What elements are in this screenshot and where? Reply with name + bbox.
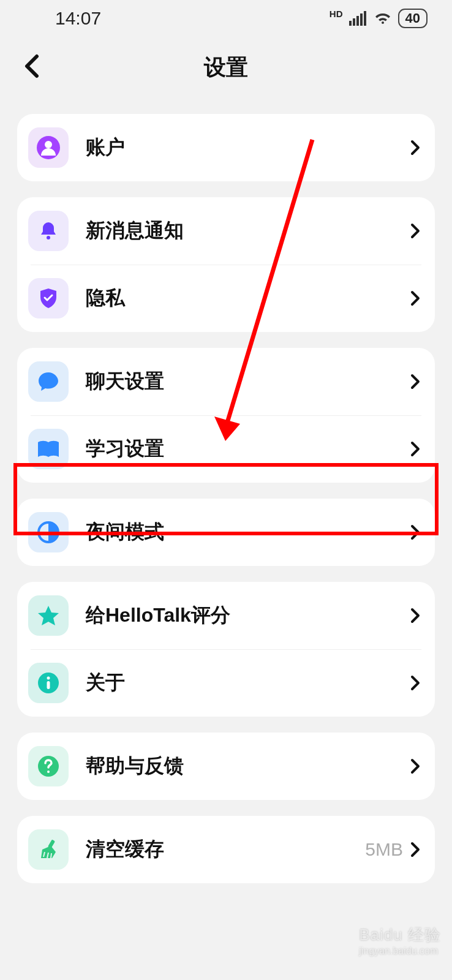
chevron-right-icon: [410, 608, 420, 624]
row-label: 隐私: [86, 285, 410, 312]
chevron-right-icon: [410, 758, 420, 774]
svg-rect-3: [360, 13, 363, 26]
row-label: 聊天设置: [86, 368, 410, 395]
status-bar: 14:07 HD 40: [0, 0, 452, 37]
bell-icon: [28, 211, 69, 251]
svg-rect-4: [364, 11, 366, 26]
chevron-right-icon: [410, 374, 420, 390]
row-privacy[interactable]: 隐私: [17, 265, 435, 332]
row-about[interactable]: 关于: [17, 649, 435, 717]
svg-point-7: [47, 236, 50, 239]
watermark: Baidu 经验 jingyan.baidu.com: [359, 924, 441, 957]
svg-rect-2: [356, 16, 359, 26]
settings-group: 夜间模式: [17, 499, 435, 566]
settings-group: 账户: [17, 114, 435, 181]
help-icon: [28, 746, 69, 786]
watermark-sub: jingyan.baidu.com: [359, 946, 441, 957]
chevron-left-icon: [23, 54, 39, 78]
row-label: 帮助与反馈: [86, 753, 410, 780]
row-label: 清空缓存: [86, 836, 365, 863]
row-notifications[interactable]: 新消息通知: [17, 197, 435, 265]
settings-group: 给HelloTalk评分 关于: [17, 582, 435, 717]
settings-group: 清空缓存 5MB: [17, 816, 435, 883]
row-clear-cache[interactable]: 清空缓存 5MB: [17, 816, 435, 883]
chevron-right-icon: [410, 842, 420, 858]
row-night-mode[interactable]: 夜间模式: [17, 499, 435, 566]
row-account[interactable]: 账户: [17, 114, 435, 181]
row-label: 夜间模式: [86, 519, 410, 546]
settings-group: 新消息通知 隐私: [17, 197, 435, 332]
page-title: 设置: [204, 53, 248, 83]
chevron-right-icon: [410, 441, 420, 457]
row-help[interactable]: 帮助与反馈: [17, 733, 435, 800]
page-header: 设置: [0, 37, 452, 98]
account-icon: [28, 127, 69, 168]
chevron-right-icon: [410, 140, 420, 156]
svg-point-6: [45, 141, 52, 148]
broom-icon: [28, 829, 69, 870]
chevron-right-icon: [410, 524, 420, 540]
row-label: 学习设置: [86, 435, 410, 462]
settings-list: 账户 新消息通知 隐私 聊天设置: [0, 114, 452, 883]
wifi-icon: [374, 11, 392, 26]
row-study-settings[interactable]: 学习设置: [17, 415, 435, 483]
book-icon: [28, 429, 69, 469]
svg-point-10: [47, 677, 50, 680]
row-rate[interactable]: 给HelloTalk评分: [17, 582, 435, 649]
settings-group: 帮助与反馈: [17, 733, 435, 800]
svg-rect-1: [353, 18, 355, 26]
svg-point-13: [47, 771, 50, 773]
svg-rect-0: [349, 21, 352, 26]
watermark-main: Baidu 经验: [359, 925, 441, 944]
row-label: 给HelloTalk评分: [86, 602, 410, 629]
status-right: HD 40: [330, 9, 428, 28]
back-button[interactable]: [23, 54, 39, 81]
battery-indicator: 40: [398, 9, 428, 28]
star-icon: [28, 595, 69, 636]
chevron-right-icon: [410, 223, 420, 239]
shield-icon: [28, 278, 69, 318]
status-time: 14:07: [55, 8, 101, 29]
night-mode-icon: [28, 512, 69, 552]
info-icon: [28, 663, 69, 703]
chevron-right-icon: [410, 675, 420, 691]
cache-size: 5MB: [365, 839, 403, 860]
chevron-right-icon: [410, 290, 420, 306]
svg-rect-11: [47, 681, 50, 689]
row-label: 关于: [86, 669, 410, 696]
signal-icon: [349, 11, 367, 26]
settings-group: 聊天设置 学习设置: [17, 348, 435, 483]
hd-indicator: HD: [330, 9, 343, 19]
row-label: 账户: [86, 134, 410, 161]
row-label: 新消息通知: [86, 217, 410, 244]
row-chat-settings[interactable]: 聊天设置: [17, 348, 435, 415]
chat-icon: [28, 361, 69, 402]
